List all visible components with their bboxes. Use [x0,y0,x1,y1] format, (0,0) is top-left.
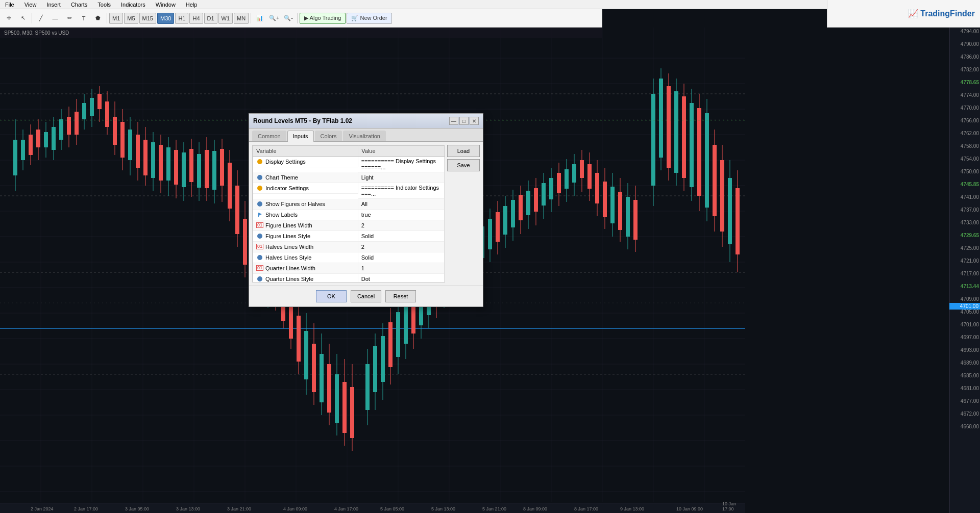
color-icon [256,200,263,208]
value-cell: ========== Indicator Settings ===... [358,183,445,199]
color-icon [256,254,263,261]
variable-name: Quarter Lines Width [265,265,315,271]
dialog-tabs: Common Inputs Colors Visualization [249,129,483,142]
variable-cell: 01Halves Lines Width [253,242,358,252]
table-row[interactable]: Indicator Settings========== Indicator S… [253,183,445,199]
col-value: Value [358,146,445,157]
table-row[interactable]: Figure Lines StyleSolid [253,231,445,242]
variable-name: Halves Lines Style [265,254,312,261]
table-row[interactable]: 01Halves Lines Width2 [253,242,445,252]
flag-icon [256,211,263,218]
variable-name: Chart Theme [265,174,298,181]
variable-name: Quarter Lines Style [265,276,313,282]
value-cell: Solid [358,252,445,263]
value-cell: true [358,210,445,220]
num-icon: 01 [256,265,263,272]
color-icon [256,158,263,165]
tab-inputs[interactable]: Inputs [287,131,314,142]
variable-cell: Quarter Lines Style [253,274,358,283]
svg-point-226 [257,159,262,164]
dialog-controls: — □ ✕ [449,117,479,125]
variable-cell: Chart Theme [253,172,358,183]
svg-point-233 [257,255,262,260]
minimize-button[interactable]: — [449,117,458,125]
color-icon [256,275,263,283]
color-icon [256,174,263,181]
value-cell: 1 [358,263,445,274]
table-row[interactable]: 01Figure Lines Width2 [253,220,445,231]
dialog-title: Round Levels MT5 - By TFlab 1.02 [253,117,352,124]
svg-point-228 [257,186,262,191]
svg-rect-230 [258,213,259,217]
variable-name: Show Labels [265,212,298,218]
variable-cell: Show Labels [253,210,358,220]
table-scroll-container[interactable]: Variable Value Display Settings=========… [252,145,445,283]
svg-point-232 [257,234,262,239]
svg-marker-231 [259,213,262,216]
variable-name: Figure Lines Width [265,222,312,228]
num-icon: 01 [256,222,263,229]
variable-cell: Figure Lines Style [253,231,358,242]
table-row[interactable]: 01Quarter Lines Width1 [253,263,445,274]
variable-name: Show Figures or Halves [265,201,325,207]
reset-button[interactable]: Reset [385,290,416,302]
dialog-title-bar[interactable]: Round Levels MT5 - By TFlab 1.02 — □ ✕ [249,114,483,129]
value-cell: Solid [358,231,445,242]
modal-overlay: Round Levels MT5 - By TFlab 1.02 — □ ✕ C… [0,0,980,513]
variable-name: Figure Lines Style [265,233,310,239]
variables-table: Variable Value Display Settings=========… [253,145,445,283]
variable-cell: Halves Lines Style [253,252,358,263]
color-icon [256,233,263,240]
table-row[interactable]: Display Settings========== Display Setti… [253,157,445,172]
num-icon: 01 [256,243,263,250]
table-row[interactable]: Show Labelstrue [253,210,445,220]
value-cell: 2 [358,220,445,231]
svg-point-234 [257,276,262,281]
tab-common[interactable]: Common [252,131,286,141]
col-variable: Variable [253,146,358,157]
value-cell: Dot [358,274,445,283]
table-with-buttons: Variable Value Display Settings=========… [252,145,480,283]
variable-name: Indicator Settings [265,185,309,191]
table-row[interactable]: Halves Lines StyleSolid [253,252,445,263]
color-icon [256,185,263,192]
save-button[interactable]: Save [447,159,480,171]
value-cell: Light [358,172,445,183]
maximize-button[interactable]: □ [459,117,469,125]
variable-cell: 01Quarter Lines Width [253,263,358,274]
close-button[interactable]: ✕ [470,117,479,125]
cancel-button[interactable]: Cancel [351,290,381,302]
ok-button[interactable]: OK [316,290,347,302]
tab-visualization[interactable]: Visualization [343,131,386,141]
variable-cell: Indicator Settings [253,183,358,194]
value-cell: ========== Display Settings ======... [358,157,445,172]
variable-name: Display Settings [265,159,306,165]
dialog-body: Variable Value Display Settings=========… [249,142,483,286]
variable-cell: Display Settings [253,157,358,167]
svg-point-229 [257,201,262,207]
tab-colors[interactable]: Colors [315,131,342,141]
table-row[interactable]: Show Figures or HalvesAll [253,199,445,210]
svg-point-227 [257,175,262,180]
side-buttons: Load Save [447,145,480,171]
settings-dialog: Round Levels MT5 - By TFlab 1.02 — □ ✕ C… [249,113,483,307]
variable-name: Halves Lines Width [265,244,313,250]
variable-cell: Show Figures or Halves [253,199,358,210]
table-row[interactable]: Quarter Lines StyleDot [253,274,445,283]
value-cell: 2 [358,242,445,252]
variable-cell: 01Figure Lines Width [253,220,358,231]
load-button[interactable]: Load [447,145,480,157]
value-cell: All [358,199,445,210]
table-row[interactable]: Chart ThemeLight [253,172,445,183]
table-container-wrapper: Variable Value Display Settings=========… [252,145,445,283]
dialog-footer: OK Cancel Reset [249,286,483,306]
